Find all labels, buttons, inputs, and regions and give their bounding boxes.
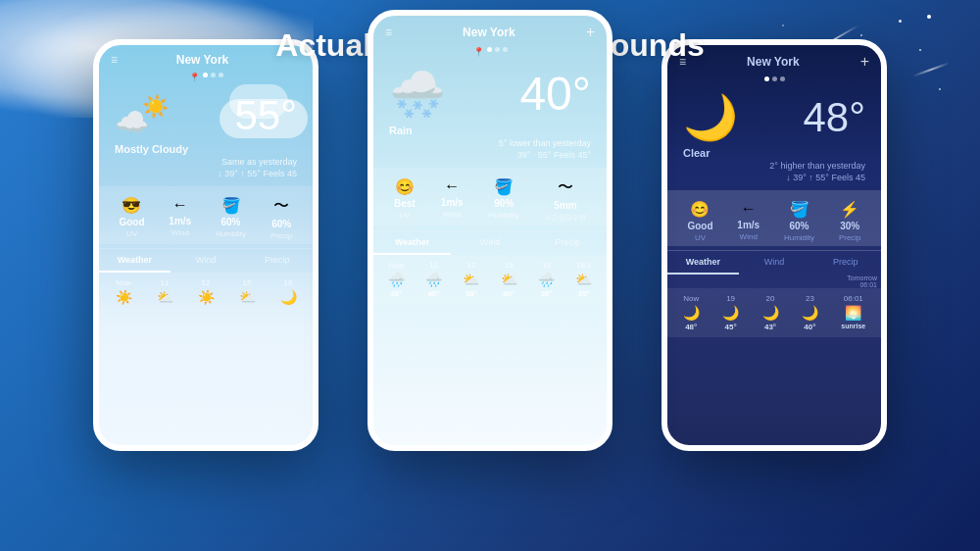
right-stats-row: 😊 Good UV ← 1m/s Wind 🪣 60% Humidity ⚡ 3…	[667, 190, 881, 246]
moon-icon: 🌙	[683, 91, 738, 143]
tab-precip-left[interactable]: Precip	[241, 249, 313, 273]
tab-wind-left[interactable]: Wind	[171, 249, 242, 273]
left-comparison: Same as yesterday	[99, 155, 313, 169]
left-tabs: Weather Wind Precip	[99, 248, 313, 273]
left-condition: Mostly Cloudy	[99, 143, 313, 155]
tab-precip-right[interactable]: Precip	[809, 251, 881, 275]
hamburger-icon-center: ≡	[385, 25, 392, 39]
right-weather-icon-area: 🌙 48°	[667, 83, 881, 147]
right-stat-wind: ← 1m/s Wind	[737, 200, 760, 242]
right-stat-precip: ⚡ 30% Precip	[839, 200, 861, 242]
tab-precip-center[interactable]: Precip	[529, 231, 607, 255]
stat-precip: 〜 60% Precip	[270, 196, 293, 240]
plus-icon-center[interactable]: +	[586, 24, 595, 41]
tab-weather-right[interactable]: Weather	[667, 251, 739, 275]
tab-wind-right[interactable]: Wind	[739, 251, 810, 275]
tab-weather-left[interactable]: Weather	[99, 249, 171, 273]
center-stat-precip: 〜 5mm 시간당강수량	[545, 177, 586, 223]
right-temperature: 48°	[803, 94, 865, 141]
phone-left: ≡ New York 📍 ☀️ ☁️ 55° Mostly Cloudy Sam…	[93, 39, 318, 451]
center-comparison: 5° lower than yesterday	[373, 136, 607, 150]
right-tabs: Weather Wind Precip	[667, 250, 881, 275]
phone-right: ≡ New York + 🌙 48° Clear 2° higher than …	[662, 39, 887, 451]
center-condition: Rain	[373, 125, 607, 136]
center-tabs: Weather Wind Precip	[373, 230, 607, 255]
right-stat-humidity: 🪣 60% Humidity	[784, 200, 814, 242]
left-location-dots: 📍	[99, 71, 313, 84]
center-stat-wind: ← 1m/s Wind	[441, 177, 464, 223]
right-range: ↓ 39° ↑ 55° Feels 45	[667, 173, 881, 182]
center-stats-row: 😊 Best UV ← 1m/s Wind 🪣 90% Humidity 〜 5…	[373, 168, 607, 226]
left-range: ↓ 39° ↑ 55° Feels 45	[99, 169, 313, 178]
center-temperature: 40°	[519, 67, 591, 121]
tomorrow-label: Tomorrow06:01	[667, 275, 881, 288]
stat-humidity: 🪣 60% Humidity	[216, 196, 246, 240]
right-location-dots	[667, 75, 881, 83]
center-range: 39° · 55° Feels 45°	[373, 150, 607, 160]
tab-wind-center[interactable]: Wind	[451, 231, 528, 255]
stat-uv: 😎 Good UV	[119, 196, 144, 240]
right-hourly-row: Now 🌙 48° 19 🌙 45° 20 🌙 43° 23 🌙 40° 06:…	[667, 288, 881, 337]
left-hourly-row: Now ☀️ 11 ⛅ 12 ☀️ 15 ⛅ 18 🌙	[99, 273, 313, 313]
center-stat-uv: 😊 Best UV	[394, 177, 416, 223]
cloud-sun-icon: ☀️ ☁️	[115, 94, 169, 138]
center-location-dots: 📍	[373, 45, 607, 59]
rain-snow-icon: 🌨️	[389, 68, 445, 121]
left-stats-row: 😎 Good UV ← 1m/s Wind 🪣 60% Humidity 〜 6…	[99, 186, 313, 244]
center-weather-icon-area: 🌨️ 40°	[373, 59, 607, 125]
center-stat-humidity: 🪣 90% Humidity	[489, 177, 519, 223]
center-hourly-row: Now 🌧️ 40° 11 🌧️ 40° 12 ⛅ 38° 15 ⛅ 40° 1…	[373, 255, 607, 304]
stat-wind: ← 1m/s Wind	[169, 196, 191, 240]
right-condition: Clear	[667, 147, 881, 159]
right-comparison: 2° higher than yesterday	[667, 159, 881, 173]
center-phone-header: ≡ New York +	[373, 16, 607, 45]
tab-weather-center[interactable]: Weather	[373, 231, 451, 255]
right-stat-uv: 😊 Good UV	[687, 200, 712, 242]
phone-center: ≡ New York + 📍 🌨️ 40° Rain 5° lower than…	[368, 10, 612, 451]
center-city-name: New York	[392, 25, 586, 39]
